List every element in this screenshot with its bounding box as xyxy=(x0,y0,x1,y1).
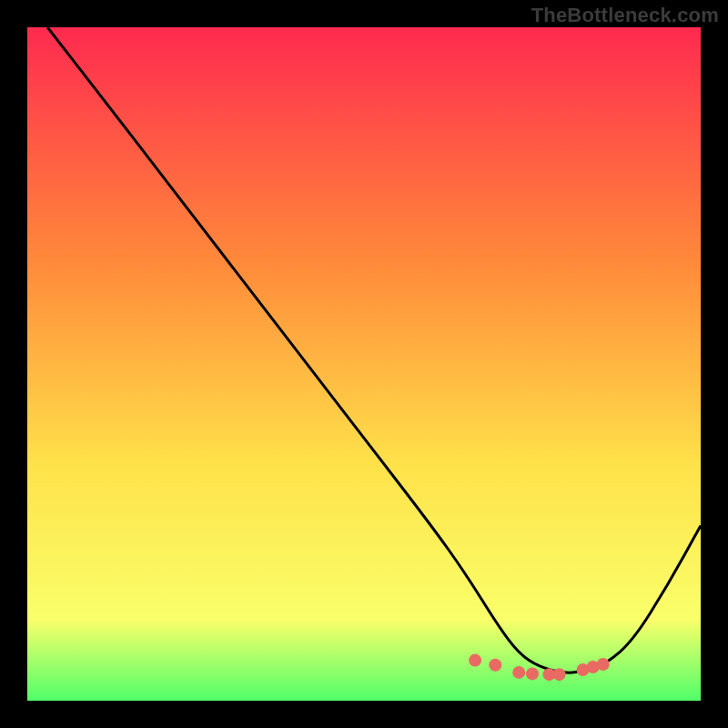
highlight-dot xyxy=(469,654,481,667)
highlight-dot xyxy=(512,666,525,679)
highlight-dot xyxy=(526,667,539,680)
highlight-dot xyxy=(553,668,566,681)
highlight-dot xyxy=(597,658,610,671)
watermark: TheBottleneck.com xyxy=(531,4,719,27)
chart-container: TheBottleneck.com xyxy=(0,0,728,728)
highlight-dot xyxy=(489,659,501,672)
chart-curve-layer xyxy=(27,27,701,701)
main-curve xyxy=(47,27,701,672)
highlight-dots xyxy=(469,654,610,682)
plot-area xyxy=(27,27,701,701)
